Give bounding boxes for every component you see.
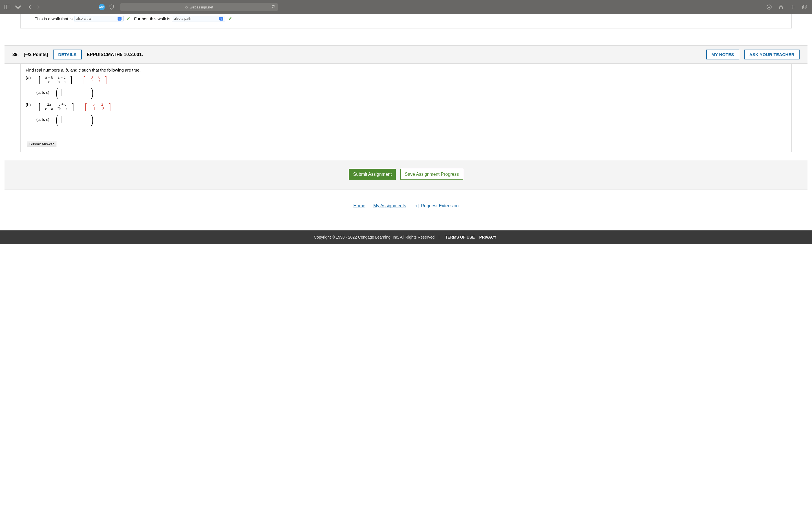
question-number: 39.: [12, 52, 18, 57]
question-body: Find real numbers a, b, and c such that …: [20, 64, 792, 136]
walk-select-1[interactable]: also a trail ⇅: [74, 16, 123, 21]
new-tab-icon[interactable]: [789, 3, 797, 11]
svg-rect-10: [802, 6, 806, 9]
part-a: (a) [ a + ba − c cb − a ] = [ 00 −12 ]: [26, 75, 786, 84]
address-host: webassign.net: [190, 5, 213, 9]
sidebar-toggle-icon[interactable]: [3, 3, 11, 11]
address-bar[interactable]: webassign.net: [120, 3, 278, 11]
submit-assignment-button[interactable]: Submit Assignment: [349, 169, 396, 180]
question-header: 39. [–/2 Points] DETAILS EPPDISCMATH5 10…: [4, 45, 808, 64]
my-assignments-link[interactable]: My Assignments: [373, 203, 406, 209]
request-extension-label: Request Extension: [421, 203, 458, 209]
prev-question-card: This is a walk that is also a trail ⇅ ✔ …: [20, 14, 792, 29]
check-icon: ✔: [126, 16, 130, 21]
reload-icon[interactable]: [271, 5, 275, 10]
ask-your-teacher-button[interactable]: ASK YOUR TEACHER: [744, 50, 800, 59]
site-footer: Copyright © 1998 - 2022 Cengage Learning…: [0, 230, 812, 244]
home-link[interactable]: Home: [353, 203, 365, 209]
assignment-action-bar: Submit Assignment Save Assignment Progre…: [4, 160, 808, 190]
matrix-b-right: [ 62 −1−3 ]: [84, 102, 111, 111]
my-notes-button[interactable]: MY NOTES: [706, 50, 739, 59]
extension-badge[interactable]: ADP: [99, 4, 105, 10]
svg-rect-2: [186, 6, 187, 8]
tuple-label: (a, b, c) =: [36, 117, 53, 122]
select-stepper-icon: ⇅: [117, 17, 121, 20]
share-icon[interactable]: [777, 3, 785, 11]
tabs-overview-icon[interactable]: [801, 3, 809, 11]
part-b-answer-input[interactable]: [61, 116, 88, 123]
part-b-answer-line: (a, b, c) = ( ): [36, 115, 786, 124]
chevron-down-icon[interactable]: [14, 3, 22, 11]
equals-sign: =: [77, 106, 83, 111]
prompt-part: and: [69, 68, 79, 72]
back-icon[interactable]: [26, 3, 34, 11]
privacy-link[interactable]: PRIVACY: [479, 235, 497, 239]
walk-select-1-value: also a trail: [76, 17, 92, 20]
prompt-part: such that the following are true.: [81, 68, 141, 72]
prompt-part: a, b,: [61, 68, 69, 72]
prompt-part: c: [79, 68, 81, 72]
svg-rect-0: [4, 5, 10, 9]
walk-select-2[interactable]: also a path ⇅: [172, 16, 225, 21]
matrix-b-left: [ 2ab + c c − a2b − a ]: [38, 102, 74, 111]
part-a-answer-line: (a, b, c) = ( ): [36, 88, 786, 97]
copyright: Copyright © 1998 - 2022 Cengage Learning…: [314, 235, 435, 239]
question-prompt: Find real numbers a, b, and c such that …: [26, 68, 786, 72]
walk-select-2-value: also a path: [174, 17, 191, 20]
matrix-a-right: [ 00 −12 ]: [83, 75, 108, 84]
question-points: [–/2 Points]: [24, 52, 48, 57]
walk-mid: . Further, this walk is: [132, 16, 170, 21]
part-b-label: (b): [26, 102, 33, 107]
equals-sign: =: [75, 79, 81, 83]
forward-icon: [35, 3, 42, 11]
bottom-nav: Home My Assignments + Request Extension: [4, 203, 808, 209]
lock-icon: [185, 5, 188, 9]
part-a-label: (a): [26, 75, 33, 80]
submit-answer-button[interactable]: Submit Answer: [27, 141, 56, 147]
matrix-a-left: [ a + ba − c cb − a ]: [38, 75, 73, 84]
select-stepper-icon: ⇅: [219, 17, 223, 20]
downloads-icon[interactable]: [765, 3, 773, 11]
request-extension-link[interactable]: + Request Extension: [414, 203, 458, 209]
svg-rect-9: [804, 5, 807, 8]
save-assignment-button[interactable]: Save Assignment Progress: [400, 169, 463, 180]
walk-lead1: This is a walk that is: [35, 16, 72, 21]
check-icon: ✔: [228, 16, 232, 21]
tuple-label: (a, b, c) =: [36, 90, 53, 95]
part-a-answer-input[interactable]: [61, 89, 88, 96]
question-reference: EPPDISCMATH5 10.2.001.: [87, 52, 143, 57]
browser-toolbar: ADP webassign.net: [0, 0, 812, 14]
part-b: (b) [ 2ab + c c − a2b − a ] = [ 62 −1−3 …: [26, 102, 786, 111]
prompt-part: Find real numbers: [26, 68, 61, 72]
walk-tail: .: [234, 16, 235, 21]
terms-link[interactable]: TERMS OF USE: [445, 235, 475, 239]
details-button[interactable]: DETAILS: [53, 50, 82, 59]
privacy-shield-icon[interactable]: [108, 3, 116, 11]
calendar-plus-icon: +: [414, 204, 418, 208]
